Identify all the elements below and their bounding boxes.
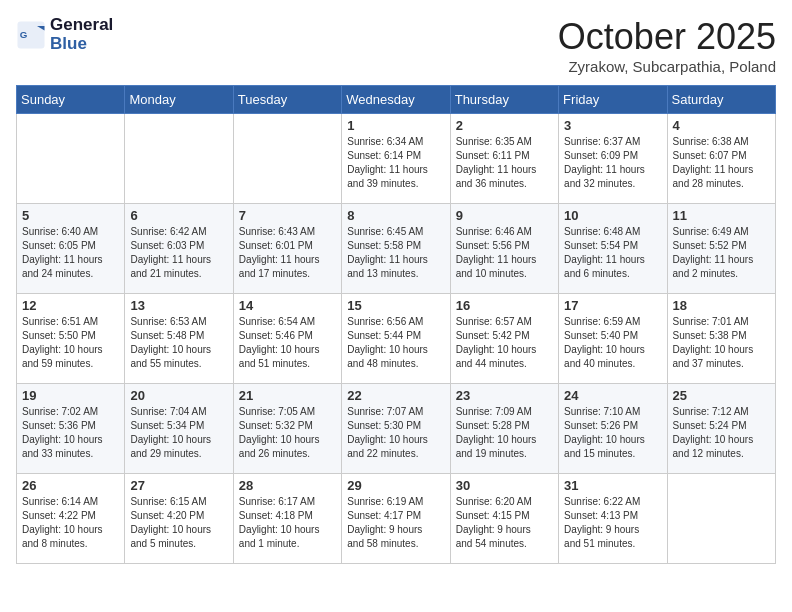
calendar-cell: 15Sunrise: 6:56 AM Sunset: 5:44 PM Dayli… <box>342 294 450 384</box>
day-number: 6 <box>130 208 227 223</box>
day-number: 15 <box>347 298 444 313</box>
day-number: 17 <box>564 298 661 313</box>
svg-text:G: G <box>20 29 28 40</box>
cell-content: Sunrise: 6:42 AM Sunset: 6:03 PM Dayligh… <box>130 225 227 281</box>
day-number: 22 <box>347 388 444 403</box>
day-number: 20 <box>130 388 227 403</box>
page-header: G General Blue October 2025 Zyrakow, Sub… <box>16 16 776 75</box>
calendar-cell: 5Sunrise: 6:40 AM Sunset: 6:05 PM Daylig… <box>17 204 125 294</box>
calendar-week-5: 26Sunrise: 6:14 AM Sunset: 4:22 PM Dayli… <box>17 474 776 564</box>
day-number: 3 <box>564 118 661 133</box>
cell-content: Sunrise: 6:56 AM Sunset: 5:44 PM Dayligh… <box>347 315 444 371</box>
calendar-cell: 27Sunrise: 6:15 AM Sunset: 4:20 PM Dayli… <box>125 474 233 564</box>
day-number: 29 <box>347 478 444 493</box>
cell-content: Sunrise: 6:38 AM Sunset: 6:07 PM Dayligh… <box>673 135 770 191</box>
day-number: 30 <box>456 478 553 493</box>
cell-content: Sunrise: 7:01 AM Sunset: 5:38 PM Dayligh… <box>673 315 770 371</box>
month-title: October 2025 <box>558 16 776 58</box>
cell-content: Sunrise: 6:40 AM Sunset: 6:05 PM Dayligh… <box>22 225 119 281</box>
day-number: 14 <box>239 298 336 313</box>
calendar-cell <box>667 474 775 564</box>
logo-text-line1: General <box>50 16 113 35</box>
cell-content: Sunrise: 6:43 AM Sunset: 6:01 PM Dayligh… <box>239 225 336 281</box>
cell-content: Sunrise: 6:37 AM Sunset: 6:09 PM Dayligh… <box>564 135 661 191</box>
calendar-cell: 21Sunrise: 7:05 AM Sunset: 5:32 PM Dayli… <box>233 384 341 474</box>
calendar-header-row: SundayMondayTuesdayWednesdayThursdayFrid… <box>17 86 776 114</box>
day-header-friday: Friday <box>559 86 667 114</box>
calendar-cell: 20Sunrise: 7:04 AM Sunset: 5:34 PM Dayli… <box>125 384 233 474</box>
day-header-saturday: Saturday <box>667 86 775 114</box>
cell-content: Sunrise: 6:46 AM Sunset: 5:56 PM Dayligh… <box>456 225 553 281</box>
day-header-monday: Monday <box>125 86 233 114</box>
calendar-cell: 23Sunrise: 7:09 AM Sunset: 5:28 PM Dayli… <box>450 384 558 474</box>
cell-content: Sunrise: 6:59 AM Sunset: 5:40 PM Dayligh… <box>564 315 661 371</box>
cell-content: Sunrise: 6:15 AM Sunset: 4:20 PM Dayligh… <box>130 495 227 551</box>
cell-content: Sunrise: 6:51 AM Sunset: 5:50 PM Dayligh… <box>22 315 119 371</box>
day-number: 2 <box>456 118 553 133</box>
day-number: 1 <box>347 118 444 133</box>
calendar-cell: 6Sunrise: 6:42 AM Sunset: 6:03 PM Daylig… <box>125 204 233 294</box>
calendar-week-2: 5Sunrise: 6:40 AM Sunset: 6:05 PM Daylig… <box>17 204 776 294</box>
day-number: 21 <box>239 388 336 403</box>
calendar-cell: 30Sunrise: 6:20 AM Sunset: 4:15 PM Dayli… <box>450 474 558 564</box>
day-number: 12 <box>22 298 119 313</box>
calendar-cell: 8Sunrise: 6:45 AM Sunset: 5:58 PM Daylig… <box>342 204 450 294</box>
cell-content: Sunrise: 6:54 AM Sunset: 5:46 PM Dayligh… <box>239 315 336 371</box>
cell-content: Sunrise: 6:45 AM Sunset: 5:58 PM Dayligh… <box>347 225 444 281</box>
calendar-cell: 1Sunrise: 6:34 AM Sunset: 6:14 PM Daylig… <box>342 114 450 204</box>
day-number: 26 <box>22 478 119 493</box>
calendar-cell: 31Sunrise: 6:22 AM Sunset: 4:13 PM Dayli… <box>559 474 667 564</box>
day-number: 8 <box>347 208 444 223</box>
day-header-sunday: Sunday <box>17 86 125 114</box>
cell-content: Sunrise: 6:53 AM Sunset: 5:48 PM Dayligh… <box>130 315 227 371</box>
day-number: 25 <box>673 388 770 403</box>
day-number: 19 <box>22 388 119 403</box>
cell-content: Sunrise: 6:57 AM Sunset: 5:42 PM Dayligh… <box>456 315 553 371</box>
cell-content: Sunrise: 6:20 AM Sunset: 4:15 PM Dayligh… <box>456 495 553 551</box>
title-block: October 2025 Zyrakow, Subcarpathia, Pola… <box>558 16 776 75</box>
calendar-cell: 2Sunrise: 6:35 AM Sunset: 6:11 PM Daylig… <box>450 114 558 204</box>
cell-content: Sunrise: 7:07 AM Sunset: 5:30 PM Dayligh… <box>347 405 444 461</box>
cell-content: Sunrise: 6:19 AM Sunset: 4:17 PM Dayligh… <box>347 495 444 551</box>
logo: G General Blue <box>16 16 113 53</box>
day-number: 24 <box>564 388 661 403</box>
calendar-cell <box>17 114 125 204</box>
calendar-week-4: 19Sunrise: 7:02 AM Sunset: 5:36 PM Dayli… <box>17 384 776 474</box>
cell-content: Sunrise: 7:04 AM Sunset: 5:34 PM Dayligh… <box>130 405 227 461</box>
day-header-wednesday: Wednesday <box>342 86 450 114</box>
calendar-cell <box>233 114 341 204</box>
cell-content: Sunrise: 7:02 AM Sunset: 5:36 PM Dayligh… <box>22 405 119 461</box>
day-number: 10 <box>564 208 661 223</box>
logo-text-line2: Blue <box>50 35 113 54</box>
calendar-cell: 18Sunrise: 7:01 AM Sunset: 5:38 PM Dayli… <box>667 294 775 384</box>
calendar-cell: 28Sunrise: 6:17 AM Sunset: 4:18 PM Dayli… <box>233 474 341 564</box>
calendar-week-3: 12Sunrise: 6:51 AM Sunset: 5:50 PM Dayli… <box>17 294 776 384</box>
day-number: 28 <box>239 478 336 493</box>
day-header-tuesday: Tuesday <box>233 86 341 114</box>
logo-icon: G <box>16 20 46 50</box>
cell-content: Sunrise: 7:10 AM Sunset: 5:26 PM Dayligh… <box>564 405 661 461</box>
day-number: 4 <box>673 118 770 133</box>
calendar-cell: 9Sunrise: 6:46 AM Sunset: 5:56 PM Daylig… <box>450 204 558 294</box>
cell-content: Sunrise: 6:17 AM Sunset: 4:18 PM Dayligh… <box>239 495 336 551</box>
day-number: 11 <box>673 208 770 223</box>
calendar-cell: 29Sunrise: 6:19 AM Sunset: 4:17 PM Dayli… <box>342 474 450 564</box>
cell-content: Sunrise: 6:14 AM Sunset: 4:22 PM Dayligh… <box>22 495 119 551</box>
day-number: 31 <box>564 478 661 493</box>
calendar-cell: 19Sunrise: 7:02 AM Sunset: 5:36 PM Dayli… <box>17 384 125 474</box>
calendar-cell: 17Sunrise: 6:59 AM Sunset: 5:40 PM Dayli… <box>559 294 667 384</box>
day-number: 7 <box>239 208 336 223</box>
calendar-cell: 25Sunrise: 7:12 AM Sunset: 5:24 PM Dayli… <box>667 384 775 474</box>
calendar-cell: 7Sunrise: 6:43 AM Sunset: 6:01 PM Daylig… <box>233 204 341 294</box>
calendar-cell: 4Sunrise: 6:38 AM Sunset: 6:07 PM Daylig… <box>667 114 775 204</box>
calendar-cell <box>125 114 233 204</box>
calendar-cell: 10Sunrise: 6:48 AM Sunset: 5:54 PM Dayli… <box>559 204 667 294</box>
day-number: 27 <box>130 478 227 493</box>
calendar-week-1: 1Sunrise: 6:34 AM Sunset: 6:14 PM Daylig… <box>17 114 776 204</box>
calendar-cell: 13Sunrise: 6:53 AM Sunset: 5:48 PM Dayli… <box>125 294 233 384</box>
cell-content: Sunrise: 6:49 AM Sunset: 5:52 PM Dayligh… <box>673 225 770 281</box>
calendar-table: SundayMondayTuesdayWednesdayThursdayFrid… <box>16 85 776 564</box>
calendar-cell: 3Sunrise: 6:37 AM Sunset: 6:09 PM Daylig… <box>559 114 667 204</box>
day-number: 5 <box>22 208 119 223</box>
location-subtitle: Zyrakow, Subcarpathia, Poland <box>558 58 776 75</box>
